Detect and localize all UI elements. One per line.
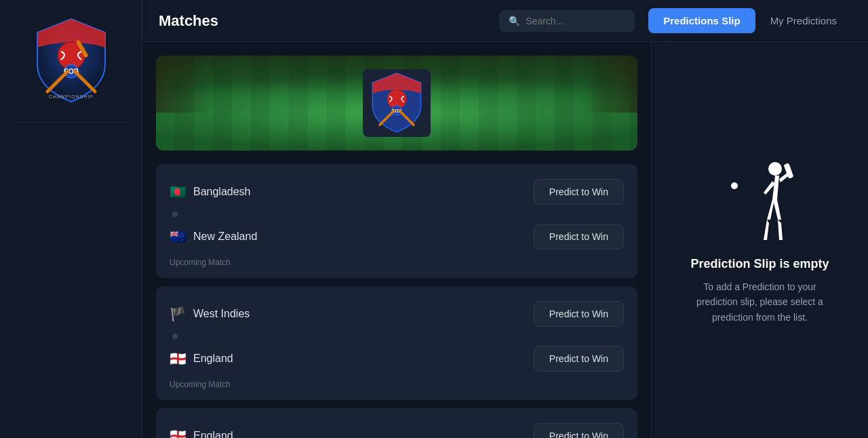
predict-btn-2-team1[interactable]: Predict to Win — [534, 301, 624, 327]
upcoming-label-2: Upcoming Match — [170, 380, 624, 389]
vs-separator — [172, 212, 178, 217]
team1-name: Bangladesh — [193, 186, 251, 198]
matches-list: BOB 🇧🇩 Bangladesh Predict to Win — [142, 42, 651, 438]
team2-flag: 🇳🇿 — [170, 230, 186, 243]
team2-name: New Zealand — [193, 231, 257, 243]
svg-point-13 — [731, 182, 738, 189]
team5-info: 🏴󠁧󠁢󠁥󠁮󠁧󠁿 England — [170, 429, 233, 438]
team3-name: West Indies — [193, 308, 250, 320]
search-icon: 🔍 — [509, 16, 520, 26]
logo-container: BOB CHAMPIONSHIP — [24, 14, 119, 108]
sidebar-divider — [14, 122, 127, 123]
match-row-3: 🏴 West Indies Predict to Win — [170, 297, 624, 331]
crowd-left — [156, 56, 210, 113]
vs-separator-2 — [172, 334, 178, 339]
body-area: BOB 🇧🇩 Bangladesh Predict to Win — [142, 42, 868, 438]
predict-btn-1-team1[interactable]: Predict to Win — [534, 179, 624, 205]
predict-btn-1-team2[interactable]: Predict to Win — [534, 224, 624, 250]
banner: BOB — [156, 56, 637, 151]
logo-icon: BOB CHAMPIONSHIP — [24, 14, 119, 108]
crowd-right — [583, 56, 637, 113]
sidebar: BOB CHAMPIONSHIP — [0, 0, 142, 438]
svg-text:CHAMPIONSHIP: CHAMPIONSHIP — [48, 94, 93, 99]
team1-flag: 🇧🇩 — [170, 185, 186, 199]
empty-slip-desc: To add a Prediction to your prediction s… — [686, 279, 835, 325]
my-predictions-button[interactable]: My Predictions — [755, 8, 852, 33]
search-bar: 🔍 — [499, 10, 635, 32]
match-row-5: 🏴󠁧󠁢󠁥󠁮󠁧󠁿 England Predict to Win — [170, 419, 624, 438]
team4-name: England — [193, 353, 233, 365]
team3-flag: 🏴 — [170, 307, 186, 321]
match-card: 🇧🇩 Bangladesh Predict to Win 🇳🇿 New Zeal… — [156, 164, 637, 278]
svg-point-14 — [768, 162, 782, 176]
match-row: 🇧🇩 Bangladesh Predict to Win — [170, 175, 624, 209]
predict-btn-3-team1[interactable]: Predict to Win — [534, 423, 624, 438]
team5-flag: 🏴󠁧󠁢󠁥󠁮󠁧󠁿 — [170, 429, 186, 438]
upcoming-label: Upcoming Match — [170, 258, 624, 267]
team2-info: 🇳🇿 New Zealand — [170, 230, 257, 243]
right-panel: Prediction Slip is empty To add a Predic… — [651, 42, 868, 438]
match-row-4: 🏴󠁧󠁢󠁥󠁮󠁧󠁿 England Predict to Win — [170, 342, 624, 376]
team3-info: 🏴 West Indies — [170, 307, 250, 321]
cricket-player-silhouette — [726, 155, 794, 243]
team4-flag: 🏴󠁧󠁢󠁥󠁮󠁧󠁿 — [170, 352, 186, 365]
team5-name: England — [193, 430, 233, 438]
empty-slip-title: Prediction Slip is empty — [690, 257, 829, 271]
banner-logo: BOB — [363, 69, 431, 137]
main-content: Matches 🔍 Predictions Slip My Prediction… — [142, 0, 868, 438]
team1-info: 🇧🇩 Bangladesh — [170, 185, 251, 199]
nav-buttons: Predictions Slip My Predictions — [648, 8, 852, 33]
predictions-slip-button[interactable]: Predictions Slip — [648, 8, 755, 33]
match-card-2: 🏴 West Indies Predict to Win 🏴󠁧󠁢󠁥󠁮󠁧󠁿 Eng… — [156, 286, 637, 400]
match-row-2: 🇳🇿 New Zealand Predict to Win — [170, 220, 624, 254]
header: Matches 🔍 Predictions Slip My Prediction… — [142, 0, 868, 42]
team4-info: 🏴󠁧󠁢󠁥󠁮󠁧󠁿 England — [170, 352, 233, 365]
match-card-3: 🏴󠁧󠁢󠁥󠁮󠁧󠁿 England Predict to Win — [156, 408, 637, 438]
search-input[interactable] — [526, 16, 620, 26]
page-title: Matches — [159, 12, 218, 30]
predict-btn-2-team2[interactable]: Predict to Win — [534, 346, 624, 372]
